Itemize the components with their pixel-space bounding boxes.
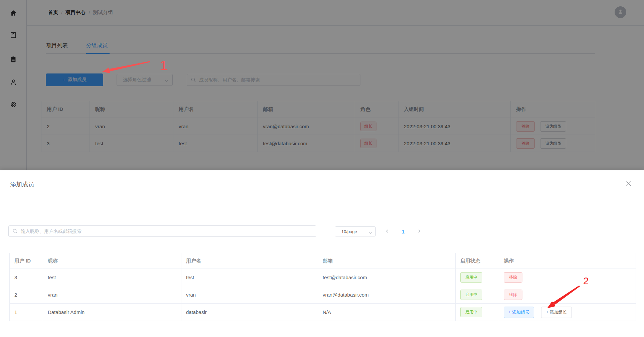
- status-badge: 启用中: [460, 272, 482, 283]
- chevron-left-icon: [385, 228, 389, 234]
- chevron-right-icon: [417, 228, 421, 234]
- screen: 首页 / 项目中心 / 测试分组 项目列表 分组成员 + 添加成员 选择角色过滤: [0, 0, 644, 337]
- status-badge: 启用中: [460, 307, 482, 317]
- chevron-down-icon: [369, 230, 372, 236]
- remove-button[interactable]: 移除: [504, 272, 522, 283]
- cell-nickname: Databasir Admin: [43, 304, 181, 321]
- cell-user-id: 3: [10, 269, 43, 286]
- cell-nickname: test: [43, 269, 181, 286]
- cell-user-id: 2: [10, 286, 43, 304]
- col-nickname: 昵称: [43, 253, 181, 269]
- add-as-member-button[interactable]: + 添加组员: [504, 307, 534, 318]
- cell-username: test: [181, 269, 318, 286]
- cell-username: databasir: [181, 304, 318, 321]
- next-page-button[interactable]: [415, 226, 424, 236]
- col-email: 邮箱: [318, 253, 456, 269]
- cell-email: N/A: [318, 304, 456, 321]
- col-user-id: 用户 ID: [10, 253, 43, 269]
- table-row: 2 vran vran vran@databasir.com 启用中 移除: [10, 286, 636, 304]
- dialog-search-input[interactable]: [8, 225, 316, 237]
- status-badge: 启用中: [460, 290, 482, 300]
- add-member-dialog: 添加成员 10/page 1: [0, 170, 644, 337]
- col-actions: 操作: [499, 253, 636, 269]
- close-icon: [626, 181, 632, 188]
- cell-user-id: 1: [10, 304, 43, 321]
- add-as-leader-button[interactable]: + 添加组长: [541, 307, 572, 318]
- page-size-value: 10/page: [341, 229, 357, 234]
- cell-nickname: vran: [43, 286, 181, 304]
- prev-page-button[interactable]: [382, 226, 392, 236]
- table-row: 1 Databasir Admin databasir N/A 启用中 + 添加…: [10, 304, 636, 321]
- table-row: 3 test test test@databasir.com 启用中 移除: [10, 269, 636, 286]
- dialog-search: [8, 225, 316, 237]
- cell-username: vran: [181, 286, 318, 304]
- cell-email: test@databasir.com: [318, 269, 456, 286]
- remove-button[interactable]: 移除: [504, 290, 522, 300]
- page-number[interactable]: 1: [398, 229, 408, 234]
- col-status: 启用状态: [456, 253, 499, 269]
- col-username: 用户名: [181, 253, 318, 269]
- pagination: 10/page 1: [335, 226, 424, 236]
- page-size-select[interactable]: 10/page: [335, 226, 376, 236]
- cell-email: vran@databasir.com: [318, 286, 456, 304]
- dialog-close-button[interactable]: [624, 180, 633, 189]
- dialog-title: 添加成员: [10, 180, 34, 188]
- all-users-table: 用户 ID 昵称 用户名 邮箱 启用状态 操作 3 test test test…: [9, 253, 636, 321]
- users-table-header-row: 用户 ID 昵称 用户名 邮箱 启用状态 操作: [10, 253, 636, 269]
